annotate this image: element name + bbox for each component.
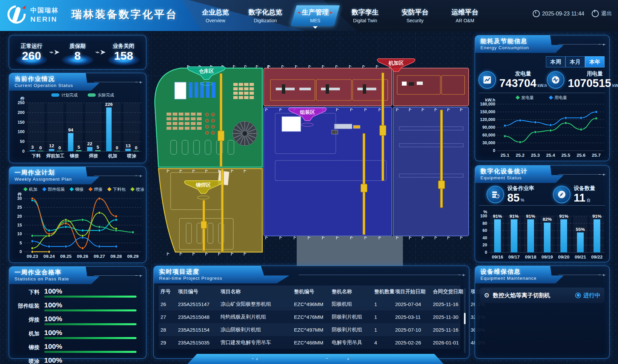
fan-part [233, 121, 257, 146]
svg-text:下料包: 下料包 [113, 187, 126, 192]
svg-text:09.23: 09.23 [27, 254, 38, 259]
status-dot-icon [575, 293, 581, 298]
nav-tab-ar-o-m[interactable]: 运维平台AR O&M [440, 7, 490, 23]
svg-text:部件组装: 部件组装 [48, 187, 65, 192]
summary-stat: 业务关闭158 [106, 43, 141, 62]
panel-title: 当前作业情况 [14, 75, 55, 83]
svg-text:0: 0 [39, 145, 42, 150]
svg-text:%: % [483, 209, 487, 214]
current-operation-panel: 当前作业情况 Current Operation Status −＋ 05010… [9, 73, 146, 163]
operation-bar-chart: 050100150200250件下料30焊前加工120铆接945焊接225机加2… [11, 91, 144, 162]
page-title: 瑞林装备数字化平台 [71, 7, 178, 22]
energy-tab-本月[interactable]: 本月 [565, 56, 585, 67]
svg-text:机加: 机加 [108, 153, 117, 158]
table-row[interactable]: 26235A2515147凉山矿业阳极整形机组EZC^496MM阳极机组1202… [158, 298, 460, 310]
svg-text:0: 0 [22, 149, 25, 154]
panel-subtitle: Equipment Status [480, 175, 522, 180]
svg-text:计划完成: 计划完成 [61, 93, 78, 97]
svg-text:150,000: 150,000 [480, 110, 495, 114]
zone-machining-right[interactable] [393, 68, 469, 106]
svg-text:40: 40 [482, 236, 487, 240]
equipment-rate-value: 85 [507, 191, 520, 204]
status-badge: 进行中 [575, 292, 600, 299]
svg-text:91%: 91% [559, 214, 568, 219]
svg-text:铆焊区: 铆焊区 [196, 182, 211, 188]
pass-rate-panel: 一周作业合格率 Statistics on Pass Rate −＋ 下料 10… [9, 266, 146, 359]
svg-text:91%: 91% [526, 214, 535, 219]
equipment-panel: 数字化设备统计 Equipment Status −＋ 设备作业率 85% 设备… [475, 165, 610, 262]
svg-text:25.6: 25.6 [577, 153, 586, 158]
svg-text:60: 60 [482, 228, 487, 233]
panel-subtitle: Weekly Assignment Plan [14, 177, 72, 182]
datetime: 2025-09-23 11:44 [533, 10, 584, 17]
table-scrollbar[interactable] [464, 288, 466, 353]
panel-subtitle: Current Operation Status [14, 83, 73, 88]
svg-text:0: 0 [58, 145, 61, 150]
svg-text:焊前加工: 焊前加工 [46, 153, 65, 158]
svg-text:10: 10 [17, 232, 22, 236]
factory-3d-map[interactable]: 仓库区 组装区 铆焊区 机加区 [147, 32, 471, 268]
warehouse-panel [175, 82, 186, 99]
svg-text:0: 0 [116, 145, 118, 150]
generation-chart-icon [478, 71, 496, 89]
svg-text:25.3: 25.3 [531, 153, 540, 158]
svg-text:91%: 91% [493, 214, 502, 219]
svg-text:180,000: 180,000 [480, 102, 495, 107]
panel-title: 实时项目进度 [159, 268, 200, 276]
svg-text:09/22: 09/22 [591, 254, 603, 260]
svg-text:0: 0 [20, 249, 22, 254]
nav-tab-digitization[interactable]: 数字化总览Digitization [240, 7, 290, 23]
generation-value: 743704 [499, 77, 536, 89]
svg-text:kW.h: kW.h [485, 97, 495, 102]
logo-cn: 中国瑞林 [30, 6, 59, 15]
svg-text:250: 250 [18, 100, 25, 105]
svg-text:150: 150 [18, 120, 25, 125]
svg-text:100: 100 [18, 129, 25, 134]
logo-text: 中国瑞林 NERIN [30, 6, 59, 23]
svg-text:仓库区: 仓库区 [199, 68, 214, 74]
svg-text:喷涂: 喷涂 [127, 153, 137, 158]
panel-title: 设备维保信息 [480, 268, 521, 276]
svg-text:91%: 91% [509, 214, 519, 219]
svg-text:09.29: 09.29 [127, 254, 139, 259]
svg-text:13: 13 [125, 143, 131, 148]
pass-rate-row: 机加 100% [12, 327, 143, 341]
logout-button[interactable]: 退出 [592, 10, 612, 17]
svg-text:120,000: 120,000 [480, 117, 495, 122]
panel-title: 一周作业计划 [14, 169, 55, 177]
zone-assembly-right[interactable] [393, 107, 469, 236]
svg-text:22: 22 [87, 141, 92, 146]
svg-text:组装区: 组装区 [300, 109, 315, 115]
equipment-rate-stat: 设备作业率 85% [478, 185, 542, 204]
svg-text:25: 25 [17, 205, 22, 210]
maintenance-item[interactable]: ⚙ 数控火焰等离子切割机 进行中 [480, 287, 605, 303]
svg-text:60,000: 60,000 [482, 133, 495, 138]
svg-text:12: 12 [49, 143, 54, 148]
power-icon [592, 10, 599, 17]
summary-stat: 正常运行260 [14, 43, 49, 62]
equipment-count-stat: 设备数量 11台 [542, 185, 606, 204]
nav-tab-overview[interactable]: 企业总览Overview [190, 7, 240, 23]
project-progress-panel: 实时项目进度 Real-time Project Progress −＋ 序号项… [153, 266, 469, 359]
status-summary-panel: 正常运行260⌁➤质保期8⌁➤业务关闭158 [9, 35, 146, 69]
rocket-icon [553, 186, 570, 203]
summary-stat: 质保期8 [60, 43, 95, 62]
svg-text:15: 15 [17, 223, 22, 228]
table-row[interactable]: 28235A2515154凉山阴极剥片机组EZC^497MM阴极剥片机组1202… [158, 323, 460, 336]
energy-tab-本周[interactable]: 本周 [546, 56, 565, 67]
brand: 中国瑞林 NERIN 瑞林装备数字化平台 [7, 5, 178, 24]
svg-text:机加: 机加 [29, 187, 37, 192]
table-row[interactable]: 29235A2515035营口建发电解专用吊车EZC^468MM电解专用吊具42… [158, 336, 460, 349]
svg-text:铆接: 铆接 [75, 187, 84, 192]
pass-rate-row: 铆接 100% [12, 341, 143, 355]
nav-tab-security[interactable]: 安防平台Security [390, 7, 440, 23]
nav-tab-digital-twin[interactable]: 数字孪生Digital Twin [340, 7, 390, 23]
svg-text:50: 50 [20, 139, 25, 144]
pass-rate-row: 喷涂 100% [12, 355, 143, 364]
energy-tab-本年[interactable]: 本年 [585, 56, 605, 67]
usage-pulse-icon [547, 71, 564, 89]
nav-tab-mes[interactable]: 生产管理MES [290, 7, 340, 23]
assembly-panel [282, 117, 301, 131]
svg-text:5: 5 [97, 145, 99, 150]
table-row[interactable]: 27235A2515048纯钧残极及剥片机组EZC^476MM阴极剥片机组120… [158, 310, 460, 323]
